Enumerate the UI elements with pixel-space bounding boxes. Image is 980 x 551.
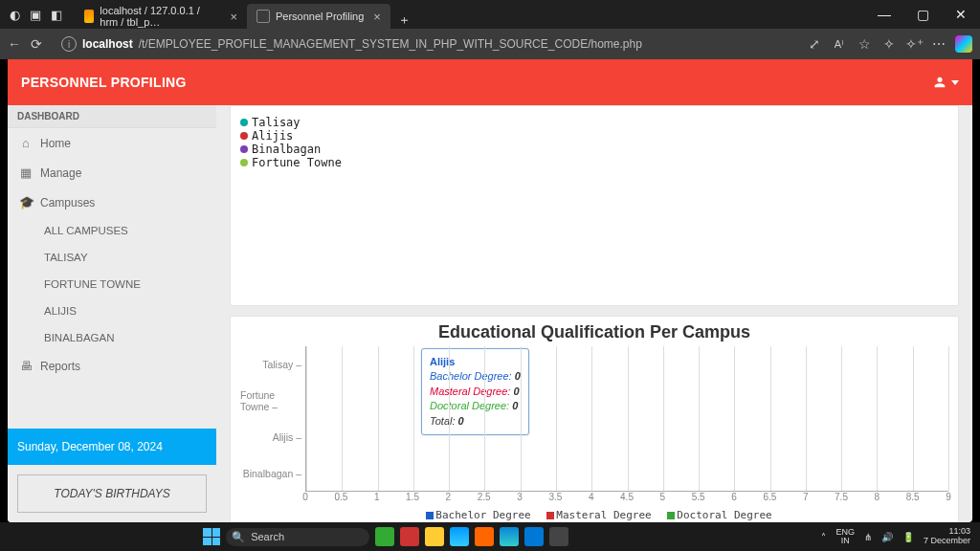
chart-tooltip: Alijis Bachelor Degree: 0 Masteral Degre…	[421, 348, 529, 435]
read-aloud-icon[interactable]: A⁾	[831, 38, 848, 51]
nav-label: Manage	[40, 166, 81, 180]
chart-panel: Educational Qualification Per Campus Tal…	[230, 316, 959, 522]
chart-plot[interactable]: Talisay –Fortune Towne –Alijis –Binalbag…	[240, 346, 948, 492]
page-viewport: PERSONNEL PROFILING DASHBOARD ⌂Home ▦Man…	[8, 59, 972, 522]
browser-tab-phpmyadmin[interactable]: localhost / 127.0.0.1 / hrm / tbl_p… ×	[75, 4, 247, 29]
legend-item-talisay[interactable]: Talisay	[240, 116, 948, 129]
x-tick-label: 5	[660, 492, 666, 502]
main-area: Talisay Alijis Binalbagan Fortune Towne …	[216, 105, 972, 522]
search-placeholder: Search	[251, 531, 284, 542]
minimize-button[interactable]: ―	[865, 0, 903, 29]
browser-tab-personnel[interactable]: Personnel Profiling ×	[247, 4, 390, 29]
favorite-icon[interactable]: ☆	[856, 36, 873, 52]
legend-label: Binalbagan	[252, 143, 321, 156]
nav-campuses[interactable]: 🎓Campuses	[8, 187, 216, 217]
workspaces-icon[interactable]: ▣	[27, 6, 44, 23]
x-tick-label: 3	[517, 492, 523, 502]
start-button[interactable]	[203, 528, 220, 545]
birthdays-label: TODAY'S BIRTHDAYS	[54, 487, 169, 500]
wifi-icon[interactable]: ⋔	[864, 532, 872, 542]
home-icon: ⌂	[19, 136, 33, 150]
taskbar-explorer-icon[interactable]	[425, 527, 444, 546]
x-tick-label: 7.5	[835, 492, 848, 502]
browser-address-bar: ← ⟳ i localhost/t/EMPLOYEE_PROFILE_MANAG…	[0, 29, 980, 59]
zoom-icon[interactable]: ⤢	[806, 36, 823, 52]
browser-titlebar: ◐ ▣ ◧ localhost / 127.0.0.1 / hrm / tbl_…	[0, 0, 980, 29]
sidebar-section-header: DASHBOARD	[8, 105, 216, 128]
legend-item-binalbagan[interactable]: Binalbagan	[240, 143, 948, 156]
nav-label: Reports	[40, 360, 80, 373]
caret-down-icon	[951, 80, 959, 85]
more-icon[interactable]: ⋯	[930, 36, 947, 52]
taskbar-search[interactable]: 🔍Search	[226, 528, 369, 546]
legend-square-icon	[426, 512, 434, 519]
nav-campus-alijis[interactable]: ALIJIS	[8, 298, 216, 324]
phpmyadmin-favicon-icon	[84, 10, 94, 23]
language-indicator[interactable]: ENGIN	[835, 528, 855, 545]
tooltip-total-label: Total:	[430, 415, 456, 427]
nav-home[interactable]: ⌂Home	[8, 128, 216, 158]
y-category-label: Alijis –	[273, 431, 301, 443]
sidebar-toggle-icon[interactable]: ◧	[48, 6, 65, 23]
nav-label: BINALBAGAN	[44, 332, 115, 343]
legend-masteral: Masteral Degree	[556, 509, 651, 521]
volume-icon[interactable]: 🔊	[881, 532, 893, 542]
tooltip-doctoral-value: 0	[512, 400, 518, 411]
nav-campus-binalbagan[interactable]: BINALBAGAN	[8, 324, 216, 351]
clock[interactable]: 11:037 December	[924, 527, 970, 546]
legend-label: Talisay	[252, 116, 301, 129]
url-box[interactable]: i localhost/t/EMPLOYEE_PROFILE_MANAGEMEN…	[52, 34, 796, 54]
x-tick-label: 8	[875, 492, 880, 502]
nav-label: Home	[40, 137, 71, 150]
birthdays-panel[interactable]: TODAY'S BIRTHDAYS	[17, 474, 207, 513]
extensions-icon[interactable]: ✧	[880, 36, 898, 52]
chart-series-legend: Bachelor Degree Masteral Degree Doctoral…	[240, 509, 948, 521]
profile-icon[interactable]: ◐	[6, 6, 23, 23]
close-icon[interactable]: ×	[373, 10, 381, 24]
tooltip-masteral-label: Masteral Degree:	[430, 386, 510, 397]
taskbar-vscode-icon[interactable]	[524, 527, 544, 546]
site-info-icon[interactable]: i	[61, 36, 77, 52]
windows-taskbar: 🔍Search ˄ ENGIN ⋔ 🔊 🔋 11:037 December	[0, 522, 980, 551]
nav-campus-all[interactable]: ALL CAMPUSES	[8, 217, 216, 244]
nav-reports[interactable]: 🖶Reports	[8, 351, 216, 381]
tab-title: Personnel Profiling	[276, 11, 364, 22]
maximize-button[interactable]: ▢	[903, 0, 942, 29]
user-menu[interactable]	[932, 75, 959, 90]
tray-chevron-icon[interactable]: ˄	[821, 532, 826, 542]
grid-icon: ▦	[19, 165, 33, 180]
taskbar-xampp-icon[interactable]	[475, 527, 494, 546]
url-path: /t/EMPLOYEE_PROFILE_MANAGEMENT_SYSTEM_IN…	[139, 37, 642, 51]
x-tick-label: 2.5	[478, 492, 491, 502]
print-icon: 🖶	[19, 359, 33, 373]
campus-icon: 🎓	[19, 195, 33, 209]
search-icon: 🔍	[232, 531, 245, 543]
taskbar-app-icon[interactable]	[549, 527, 568, 546]
nav-campus-fortune[interactable]: FORTUNE TOWNE	[8, 271, 216, 298]
collections-icon[interactable]: ✧⁺	[905, 36, 923, 52]
close-window-button[interactable]: ✕	[942, 0, 980, 29]
taskbar-edge-icon[interactable]	[500, 527, 519, 546]
legend-dot-icon	[240, 159, 248, 166]
taskbar-browser-icon[interactable]	[450, 527, 469, 546]
taskbar-app-icon[interactable]	[400, 527, 419, 546]
new-tab-button[interactable]: ＋	[396, 11, 413, 29]
nav-label: FORTUNE TOWNE	[44, 278, 141, 290]
url-host: localhost	[82, 37, 133, 51]
taskbar-app-icon[interactable]	[375, 527, 394, 546]
x-tick-label: 0	[302, 492, 308, 502]
x-tick-label: 2	[446, 492, 452, 502]
legend-item-fortune[interactable]: Fortune Towne	[240, 156, 948, 169]
back-button[interactable]: ←	[8, 36, 21, 52]
close-icon[interactable]: ×	[230, 10, 237, 24]
nav-manage[interactable]: ▦Manage	[8, 158, 216, 187]
legend-item-alijis[interactable]: Alijis	[240, 129, 948, 143]
refresh-button[interactable]: ⟳	[31, 36, 42, 52]
legend-square-icon	[546, 512, 554, 519]
nav-campus-talisay[interactable]: TALISAY	[8, 244, 216, 271]
y-category-label: Fortune Towne –	[240, 389, 301, 412]
tab-title: localhost / 127.0.0.1 / hrm / tbl_p…	[100, 5, 220, 28]
copilot-icon[interactable]	[955, 35, 972, 53]
battery-icon[interactable]: 🔋	[902, 532, 914, 542]
sidebar: DASHBOARD ⌂Home ▦Manage 🎓Campuses ALL CA…	[8, 105, 216, 522]
